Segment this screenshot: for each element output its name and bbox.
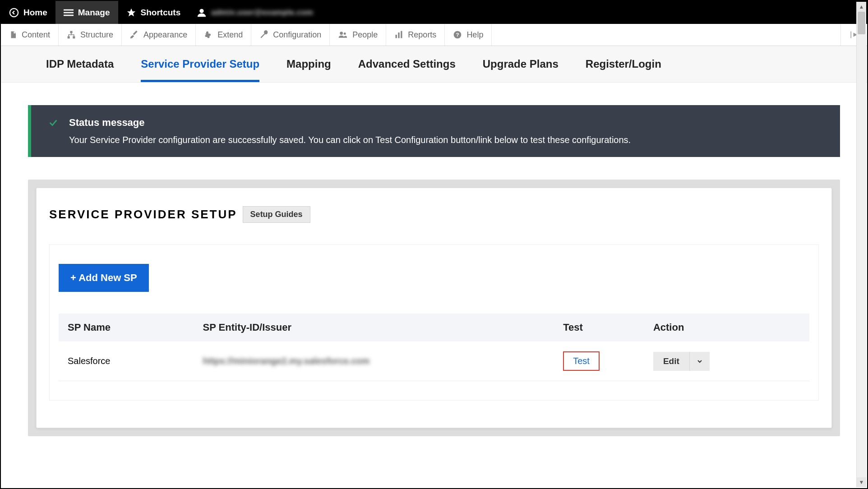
- tab-label: Service Provider Setup: [141, 58, 259, 70]
- reports-label: Reports: [408, 30, 436, 40]
- svg-rect-7: [68, 36, 70, 38]
- scroll-down-arrow[interactable]: ▼: [857, 477, 866, 487]
- back-icon: [9, 8, 19, 18]
- home-link[interactable]: Home: [1, 1, 55, 24]
- svg-rect-6: [70, 31, 73, 33]
- people-label: People: [352, 30, 378, 40]
- tab-label: IDP Metadata: [46, 58, 114, 70]
- tab-label: Register/Login: [586, 58, 661, 70]
- chevron-down-icon: [696, 358, 703, 365]
- content-label: Content: [22, 30, 50, 40]
- panel-outer: SERVICE PROVIDER SETUP Setup Guides + Ad…: [28, 180, 840, 436]
- appearance-label: Appearance: [143, 30, 187, 40]
- people-link[interactable]: People: [330, 24, 386, 46]
- content-link[interactable]: Content: [1, 24, 59, 46]
- sp-table: SP Name SP Entity-ID/Issuer Test Action …: [59, 314, 809, 381]
- svg-rect-11: [396, 35, 397, 38]
- user-email-label: admin.user@example.com: [211, 8, 313, 17]
- user-link[interactable]: admin.user@example.com: [189, 1, 321, 24]
- cell-sp-name: Salesforce: [59, 341, 194, 381]
- extend-label: Extend: [217, 30, 243, 40]
- file-icon: [9, 31, 17, 39]
- shortcuts-label: Shortcuts: [141, 8, 181, 18]
- chart-icon: [394, 30, 403, 39]
- svg-rect-12: [398, 32, 400, 38]
- svg-point-0: [10, 8, 18, 16]
- add-new-sp-button[interactable]: + Add New SP: [59, 264, 149, 292]
- puzzle-icon: [204, 30, 213, 39]
- paintbrush-icon: [130, 30, 139, 39]
- structure-link[interactable]: Structure: [59, 24, 122, 46]
- manage-link[interactable]: Manage: [55, 1, 118, 24]
- svg-rect-3: [64, 14, 74, 16]
- vertical-scrollbar[interactable]: ▲ ▼: [856, 2, 866, 487]
- tab-label: Upgrade Plans: [483, 58, 559, 70]
- table-row: Salesforce https://miniorange2.my.salesf…: [59, 341, 809, 381]
- panel-inner: + Add New SP SP Name SP Entity-ID/Issuer…: [49, 244, 819, 401]
- tab-register[interactable]: Register/Login: [586, 46, 661, 82]
- tab-advanced[interactable]: Advanced Settings: [358, 46, 456, 82]
- setup-guides-button[interactable]: Setup Guides: [243, 206, 310, 223]
- cell-entity: https://miniorange2.my.salesforce.com: [194, 341, 554, 381]
- svg-rect-1: [64, 9, 74, 10]
- sp-setup-panel: SERVICE PROVIDER SETUP Setup Guides + Ad…: [36, 188, 832, 428]
- test-button[interactable]: Test: [563, 351, 600, 371]
- cell-action: Edit: [644, 341, 809, 381]
- th-sp-name: SP Name: [59, 314, 194, 341]
- home-label: Home: [23, 8, 47, 18]
- configuration-label: Configuration: [273, 30, 321, 40]
- action-dropdown-button[interactable]: [689, 352, 710, 371]
- status-title: Status message: [69, 117, 145, 129]
- svg-marker-4: [127, 8, 135, 16]
- user-icon: [197, 8, 207, 18]
- tab-idp-metadata[interactable]: IDP Metadata: [46, 46, 114, 82]
- svg-rect-2: [64, 12, 74, 13]
- structure-icon: [67, 30, 76, 39]
- people-icon: [338, 30, 348, 39]
- admin-black-bar: Home Manage Shortcuts admin.user@example…: [1, 1, 867, 24]
- scroll-thumb[interactable]: [858, 12, 865, 34]
- help-icon: ?: [453, 30, 462, 39]
- appearance-link[interactable]: Appearance: [122, 24, 196, 46]
- extend-link[interactable]: Extend: [196, 24, 251, 46]
- svg-point-10: [344, 32, 346, 35]
- th-entity: SP Entity-ID/Issuer: [194, 314, 554, 341]
- tab-upgrade[interactable]: Upgrade Plans: [483, 46, 559, 82]
- svg-point-5: [200, 9, 204, 13]
- reports-link[interactable]: Reports: [386, 24, 445, 46]
- svg-rect-16: [851, 32, 852, 38]
- content-area: Status message Your Service Provider con…: [1, 83, 867, 459]
- configuration-link[interactable]: Configuration: [251, 24, 330, 46]
- wrench-icon: [259, 30, 268, 39]
- svg-rect-13: [401, 31, 402, 38]
- tab-sp-setup[interactable]: Service Provider Setup: [141, 46, 259, 82]
- hamburger-icon: [64, 8, 74, 18]
- th-test: Test: [554, 314, 644, 341]
- admin-toolbar: Content Structure Appearance Extend Conf…: [1, 24, 867, 46]
- module-tabs: IDP Metadata Service Provider Setup Mapp…: [1, 46, 867, 83]
- star-icon: [126, 8, 136, 18]
- table-header-row: SP Name SP Entity-ID/Issuer Test Action: [59, 314, 809, 341]
- help-link[interactable]: ? Help: [445, 24, 492, 46]
- svg-text:?: ?: [456, 32, 459, 37]
- edit-button[interactable]: Edit: [653, 352, 689, 371]
- structure-label: Structure: [80, 30, 113, 40]
- tab-label: Mapping: [286, 58, 331, 70]
- checkmark-icon: [48, 118, 58, 128]
- shortcuts-link[interactable]: Shortcuts: [118, 1, 189, 24]
- tab-label: Advanced Settings: [358, 58, 456, 70]
- svg-point-9: [340, 32, 343, 35]
- help-label: Help: [466, 30, 483, 40]
- status-body: Your Service Provider configuration are …: [69, 135, 823, 145]
- scroll-up-arrow[interactable]: ▲: [857, 2, 866, 12]
- manage-label: Manage: [78, 8, 110, 18]
- cell-test: Test: [554, 341, 644, 381]
- status-message: Status message Your Service Provider con…: [28, 105, 840, 157]
- svg-rect-8: [73, 36, 75, 38]
- tab-mapping[interactable]: Mapping: [286, 46, 331, 82]
- panel-title: SERVICE PROVIDER SETUP: [49, 208, 237, 221]
- th-action: Action: [644, 314, 809, 341]
